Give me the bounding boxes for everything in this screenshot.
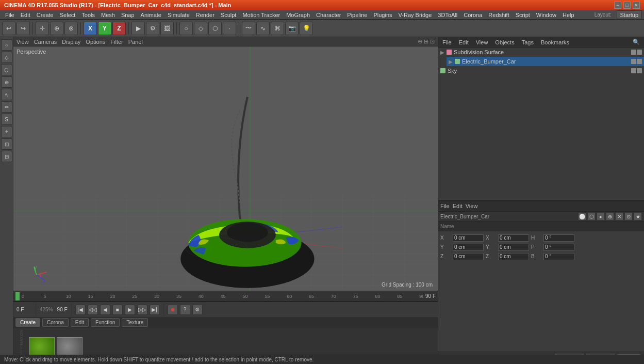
viewport-canvas[interactable]: x y z Perspective Grid Spacing : 100 cm: [13, 46, 438, 291]
spline-tool[interactable]: 〜: [242, 22, 255, 35]
point-mode-button[interactable]: ·: [223, 22, 236, 35]
menu-file[interactable]: File: [2, 10, 18, 19]
play-button[interactable]: ▶: [125, 305, 135, 315]
viewport-tab-panel[interactable]: Panel: [128, 39, 143, 45]
obj-tab-view[interactable]: View: [474, 39, 490, 45]
left-tool-joint[interactable]: ⊕: [1, 76, 12, 88]
attr-icon-1[interactable]: ⚪: [578, 212, 586, 220]
tab-create[interactable]: Create: [15, 318, 40, 327]
obj-subdivision-surface[interactable]: ▶ Subdivision Surface: [438, 48, 644, 57]
axis-x-button[interactable]: X: [84, 22, 97, 35]
menu-mograph[interactable]: MoGraph: [283, 10, 313, 19]
menu-simulate[interactable]: Simulate: [164, 10, 193, 19]
menu-render[interactable]: Render: [193, 10, 218, 19]
timeline-settings-button[interactable]: ⚙: [192, 305, 203, 315]
menu-3dtoall[interactable]: 3DToAll: [435, 10, 460, 19]
attr-z2-pos[interactable]: [498, 253, 529, 260]
axis-y-button[interactable]: Y: [98, 22, 111, 35]
stop-button[interactable]: ■: [112, 305, 123, 315]
obj-sky[interactable]: Sky: [438, 66, 644, 75]
obj-tab-edit[interactable]: Edit: [457, 39, 471, 45]
obj-electric-bumper-car[interactable]: ▶ Electric_Bumper_Car: [447, 57, 644, 66]
play-reverse-button[interactable]: ◀: [100, 305, 110, 315]
menu-tools[interactable]: Tools: [78, 10, 98, 19]
minimize-button[interactable]: −: [614, 2, 621, 9]
object-mode-button[interactable]: ○: [179, 22, 193, 35]
left-tool-mesh[interactable]: ⬡: [1, 64, 12, 75]
viewport-tab-cameras[interactable]: Cameras: [34, 39, 57, 45]
redo-button[interactable]: ↪: [16, 22, 30, 35]
obj-tab-tags[interactable]: Tags: [520, 39, 536, 45]
menu-help[interactable]: Help: [559, 10, 577, 19]
undo-button[interactable]: ↩: [2, 22, 15, 35]
light-tool[interactable]: 💡: [300, 22, 313, 35]
menu-select[interactable]: Select: [57, 10, 79, 19]
obj-tab-file[interactable]: File: [440, 39, 454, 45]
maximize-button[interactable]: □: [623, 2, 631, 9]
left-tool-poly[interactable]: ◇: [1, 52, 12, 63]
attr-z-pos[interactable]: [453, 253, 484, 260]
attr-x-pos[interactable]: [453, 234, 484, 242]
attr-icon-5[interactable]: ✕: [615, 212, 623, 220]
left-tool-object[interactable]: ○: [1, 39, 12, 51]
go-to-end-button[interactable]: ▶|: [150, 305, 160, 315]
attr-h-val[interactable]: [543, 234, 574, 242]
menu-mesh[interactable]: Mesh: [98, 10, 118, 19]
tab-edit[interactable]: Edit: [71, 318, 89, 327]
attr-tab-edit[interactable]: Edit: [453, 203, 463, 209]
menu-pipeline[interactable]: Pipeline: [344, 10, 370, 19]
timeline-ruler-marks[interactable]: 0 5 10 15 20 25 30 35 40 45 50 55 60 65: [22, 291, 423, 301]
attr-icon-4[interactable]: ⊕: [606, 212, 614, 220]
attr-y-pos[interactable]: [453, 244, 484, 251]
prev-keyframe-button[interactable]: ◁◁: [88, 305, 98, 315]
nurbs-tool[interactable]: ∿: [256, 22, 270, 35]
menu-corona[interactable]: Corona: [460, 10, 485, 19]
render-to-picture-button[interactable]: 🖼: [160, 22, 174, 35]
render-settings-button[interactable]: ⚙: [146, 22, 159, 35]
attr-b-val[interactable]: [543, 253, 574, 260]
go-to-start-button[interactable]: |◀: [75, 305, 86, 315]
next-keyframe-button[interactable]: ▷▷: [137, 305, 147, 315]
menu-character[interactable]: Character: [313, 10, 344, 19]
viewport-tab-display[interactable]: Display: [62, 39, 80, 45]
scale-tool[interactable]: ⊗: [64, 22, 78, 35]
select-tool[interactable]: ✛: [36, 22, 49, 35]
timeline-help-button[interactable]: ?: [180, 305, 190, 315]
axis-z-button[interactable]: Z: [112, 22, 126, 35]
left-tool-extra[interactable]: ⊟: [1, 151, 12, 162]
attr-icon-3[interactable]: ▸: [597, 212, 605, 220]
deformer-tool[interactable]: ⌘: [271, 22, 284, 35]
menu-script[interactable]: Script: [513, 10, 533, 19]
left-tool-brush[interactable]: S: [1, 114, 12, 125]
attr-x2-pos[interactable]: [498, 234, 529, 242]
attr-p-val[interactable]: [543, 244, 574, 251]
menu-vray[interactable]: V-Ray Bridge: [395, 10, 435, 19]
record-button[interactable]: ⏺: [168, 305, 178, 315]
render-view-button[interactable]: ▶: [131, 22, 145, 35]
layout-selector[interactable]: Startup: [617, 10, 642, 19]
left-tool-sculpt[interactable]: ⌖: [1, 126, 12, 137]
obj-tab-bookmarks[interactable]: Bookmarks: [539, 39, 571, 45]
menu-animate[interactable]: Animate: [138, 10, 164, 19]
viewport-tab-view[interactable]: View: [16, 39, 29, 45]
attr-icon-6[interactable]: ⊙: [624, 212, 633, 220]
menu-create[interactable]: Create: [34, 10, 57, 19]
attr-icon-2[interactable]: ⬡: [587, 212, 596, 220]
menu-edit[interactable]: Edit: [18, 10, 34, 19]
edge-mode-button[interactable]: ⬡: [208, 22, 222, 35]
menu-motion-tracker[interactable]: Motion Tracker: [239, 10, 283, 19]
menu-snap[interactable]: Snap: [118, 10, 138, 19]
attr-tab-view[interactable]: View: [466, 203, 478, 209]
attr-tab-file[interactable]: File: [440, 203, 450, 209]
menu-sculpt[interactable]: Sculpt: [218, 10, 240, 19]
camera-tool[interactable]: 📷: [285, 22, 299, 35]
left-tool-spline[interactable]: ∿: [1, 89, 12, 100]
tab-function[interactable]: Function: [91, 318, 120, 327]
polygon-mode-button[interactable]: ◇: [194, 22, 207, 35]
menu-plugins[interactable]: Plugins: [370, 10, 395, 19]
viewport-tab-filter[interactable]: Filter: [110, 39, 123, 45]
attr-y2-pos[interactable]: [498, 244, 529, 251]
viewport-tab-options[interactable]: Options: [86, 39, 105, 45]
attr-icon-7[interactable]: ★: [634, 212, 642, 220]
left-tool-texture[interactable]: ⊡: [1, 138, 12, 150]
